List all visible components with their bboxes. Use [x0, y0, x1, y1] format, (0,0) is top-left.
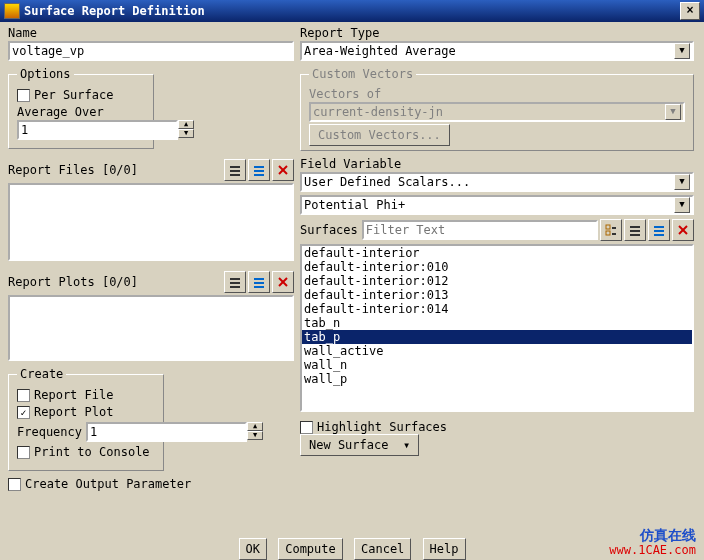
- create-output-param-label: Create Output Parameter: [25, 477, 191, 491]
- report-files-list[interactable]: [8, 183, 294, 261]
- report-files-clear-icon[interactable]: [272, 159, 294, 181]
- surfaces-select-all-icon[interactable]: [648, 219, 670, 241]
- svg-rect-22: [630, 234, 640, 236]
- report-plots-select-all-icon[interactable]: [248, 271, 270, 293]
- custom-vectors-legend: Custom Vectors: [309, 67, 416, 81]
- per-surface-label: Per Surface: [34, 88, 113, 102]
- new-surface-button[interactable]: New Surface ▾: [300, 434, 419, 456]
- vectors-of-value: current-density-jn: [313, 105, 665, 119]
- list-item[interactable]: default-interior:010: [302, 260, 692, 274]
- options-group: Options Per Surface Average Over ▲ ▼: [8, 67, 154, 149]
- svg-rect-19: [612, 233, 616, 235]
- report-plots-label: Report Plots [0/0]: [8, 275, 224, 289]
- list-item[interactable]: default-interior: [302, 246, 692, 260]
- report-type-label: Report Type: [300, 26, 694, 40]
- report-file-checkbox[interactable]: [17, 389, 30, 402]
- svg-rect-0: [230, 166, 240, 168]
- help-button[interactable]: Help: [423, 538, 466, 560]
- svg-rect-2: [230, 174, 240, 176]
- highlight-surfaces-label: Highlight Surfaces: [317, 420, 447, 434]
- titlebar: Surface Report Definition ×: [0, 0, 704, 22]
- chevron-down-icon[interactable]: ▼: [674, 197, 690, 213]
- options-legend: Options: [17, 67, 74, 81]
- window-title: Surface Report Definition: [24, 4, 205, 18]
- create-group: Create Report File ✓ Report Plot Frequen…: [8, 367, 164, 471]
- report-files-list-icon[interactable]: [224, 159, 246, 181]
- svg-rect-18: [612, 227, 616, 229]
- frequency-input[interactable]: [86, 422, 247, 442]
- close-button[interactable]: ×: [680, 2, 700, 20]
- report-file-label: Report File: [34, 388, 113, 402]
- svg-rect-25: [654, 234, 664, 236]
- cancel-button[interactable]: Cancel: [354, 538, 411, 560]
- name-label: Name: [8, 26, 294, 40]
- svg-rect-3: [254, 166, 264, 168]
- surfaces-list[interactable]: default-interiordefault-interior:010defa…: [300, 244, 694, 412]
- report-plot-label: Report Plot: [34, 405, 113, 419]
- chevron-down-icon[interactable]: ▼: [674, 43, 690, 59]
- vectors-of-combo: current-density-jn ▼: [309, 102, 685, 122]
- svg-rect-8: [230, 278, 240, 280]
- avg-over-input[interactable]: [17, 120, 178, 140]
- surfaces-clear-icon[interactable]: [672, 219, 694, 241]
- avg-over-down[interactable]: ▼: [178, 129, 194, 138]
- compute-button[interactable]: Compute: [278, 538, 343, 560]
- list-item[interactable]: wall_active: [302, 344, 692, 358]
- svg-rect-20: [630, 226, 640, 228]
- surfaces-filter-input[interactable]: [362, 220, 598, 240]
- surfaces-list-icon[interactable]: [624, 219, 646, 241]
- per-surface-checkbox[interactable]: [17, 89, 30, 102]
- chevron-down-icon[interactable]: ▼: [674, 174, 690, 190]
- report-type-value: Area-Weighted Average: [304, 44, 674, 58]
- svg-rect-17: [606, 231, 610, 235]
- frequency-down[interactable]: ▼: [247, 431, 263, 440]
- report-files-label: Report Files [0/0]: [8, 163, 224, 177]
- chevron-down-icon: ▾: [403, 438, 410, 452]
- svg-rect-10: [230, 286, 240, 288]
- list-item[interactable]: default-interior:014: [302, 302, 692, 316]
- list-item[interactable]: tab_n: [302, 316, 692, 330]
- list-item[interactable]: tab_p: [302, 330, 692, 344]
- report-plots-list-icon[interactable]: [224, 271, 246, 293]
- name-input[interactable]: [8, 41, 294, 61]
- dialog-body: Name Options Per Surface Average Over ▲ …: [0, 22, 704, 560]
- frequency-label: Frequency: [17, 425, 82, 439]
- svg-rect-5: [254, 174, 264, 176]
- ok-button[interactable]: OK: [239, 538, 267, 560]
- list-item[interactable]: default-interior:012: [302, 274, 692, 288]
- print-console-checkbox[interactable]: [17, 446, 30, 459]
- app-icon: [4, 3, 20, 19]
- svg-rect-23: [654, 226, 664, 228]
- button-bar: OK Compute Cancel Help: [0, 542, 704, 556]
- list-item[interactable]: wall_n: [302, 358, 692, 372]
- surfaces-label: Surfaces: [300, 223, 358, 237]
- report-plots-list[interactable]: [8, 295, 294, 361]
- report-plots-clear-icon[interactable]: [272, 271, 294, 293]
- svg-rect-24: [654, 230, 664, 232]
- create-legend: Create: [17, 367, 66, 381]
- report-files-select-all-icon[interactable]: [248, 159, 270, 181]
- svg-rect-9: [230, 282, 240, 284]
- field-variable-label: Field Variable: [300, 157, 694, 171]
- svg-rect-1: [230, 170, 240, 172]
- report-plot-checkbox[interactable]: ✓: [17, 406, 30, 419]
- avg-over-label: Average Over: [17, 105, 145, 119]
- surfaces-group-icon[interactable]: [600, 219, 622, 241]
- custom-vectors-button: Custom Vectors...: [309, 124, 450, 146]
- report-type-combo[interactable]: Area-Weighted Average ▼: [300, 41, 694, 61]
- print-console-label: Print to Console: [34, 445, 150, 459]
- svg-rect-21: [630, 230, 640, 232]
- list-item[interactable]: wall_p: [302, 372, 692, 386]
- create-output-param-checkbox[interactable]: [8, 478, 21, 491]
- field-variable-combo-2[interactable]: Potential Phi+ ▼: [300, 195, 694, 215]
- field-variable-value-2: Potential Phi+: [304, 198, 674, 212]
- field-variable-value-1: User Defined Scalars...: [304, 175, 674, 189]
- chevron-down-icon: ▼: [665, 104, 681, 120]
- frequency-up[interactable]: ▲: [247, 422, 263, 431]
- vectors-of-label: Vectors of: [309, 87, 685, 101]
- list-item[interactable]: default-interior:013: [302, 288, 692, 302]
- field-variable-combo-1[interactable]: User Defined Scalars... ▼: [300, 172, 694, 192]
- avg-over-up[interactable]: ▲: [178, 120, 194, 129]
- highlight-surfaces-checkbox[interactable]: [300, 421, 313, 434]
- custom-vectors-group: Custom Vectors Vectors of current-densit…: [300, 67, 694, 151]
